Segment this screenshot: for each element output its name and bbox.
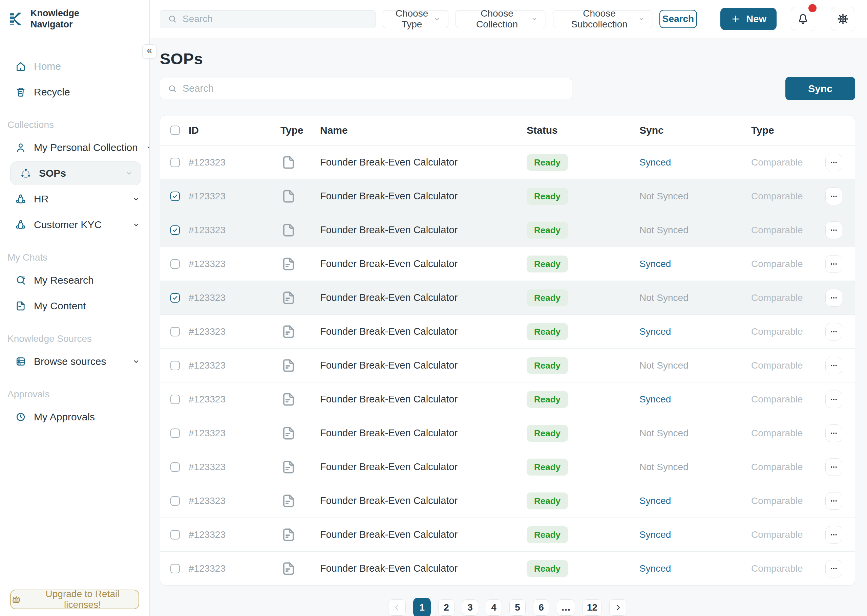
choose-subcollection-dropdown[interactable]: Choose Subcollection	[553, 10, 653, 28]
status-badge: Ready	[527, 526, 568, 543]
sidebar-item-recycle[interactable]: Recycle	[0, 80, 149, 104]
row-checkbox[interactable]	[170, 496, 180, 506]
row-actions-button[interactable]	[825, 458, 842, 476]
file-text-icon	[280, 424, 297, 442]
file-text-icon	[280, 255, 297, 273]
column-header-id: ID	[189, 124, 280, 136]
row-checkbox[interactable]	[170, 192, 180, 201]
search-button[interactable]: Search	[659, 10, 697, 28]
row-checkbox[interactable]	[170, 462, 180, 472]
sidebar-item-browse-sources[interactable]: Browse sources	[0, 350, 149, 373]
pagination-page-1[interactable]: 1	[413, 598, 431, 616]
file-icon	[280, 154, 297, 171]
row-type: Comparable	[751, 326, 825, 337]
row-actions-button[interactable]	[825, 255, 842, 273]
row-name: Founder Break-Even Calculator	[320, 563, 527, 574]
file-text-icon	[280, 289, 297, 306]
row-sync: Synced	[639, 530, 751, 540]
plus-icon	[730, 14, 741, 24]
pagination-page-2[interactable]: 2	[438, 599, 455, 616]
pagination: 123456…12	[160, 598, 855, 616]
sidebar-item-my-personal-collection[interactable]: My Personal Collection	[0, 136, 149, 159]
pagination-page-5[interactable]: 5	[509, 599, 526, 616]
row-actions-button[interactable]	[825, 323, 842, 341]
row-type: Comparable	[751, 259, 825, 269]
row-actions-button[interactable]	[825, 357, 842, 374]
pagination-page-6[interactable]: 6	[533, 599, 549, 616]
row-checkbox[interactable]	[170, 327, 180, 336]
global-search[interactable]	[160, 10, 376, 28]
row-checkbox[interactable]	[170, 158, 180, 167]
sidebar-section-approvals: Approvals	[0, 389, 149, 400]
sidebar-item-my-research[interactable]: My Research	[0, 269, 149, 292]
row-type: Comparable	[751, 495, 825, 506]
row-checkbox[interactable]	[170, 530, 180, 539]
table-row: #123323Founder Break-Even CalculatorRead…	[160, 314, 855, 348]
global-search-input[interactable]	[183, 14, 368, 24]
upgrade-button[interactable]: Upgrade to Retail licenses!	[10, 589, 139, 609]
page-title: SOPs	[160, 49, 855, 68]
choose-type-dropdown[interactable]: Choose Type	[383, 10, 448, 28]
brand-logo[interactable]: Knowledge Navigator	[0, 0, 149, 38]
row-actions-button[interactable]	[825, 222, 842, 239]
chevron-down-icon	[132, 195, 140, 203]
pagination-next-button[interactable]	[609, 599, 627, 616]
row-actions-button[interactable]	[825, 526, 842, 544]
row-checkbox[interactable]	[170, 225, 180, 235]
row-actions-button[interactable]	[825, 289, 842, 306]
new-button[interactable]: New	[721, 8, 777, 30]
notifications-button[interactable]	[791, 7, 815, 31]
sidebar-item-label: SOPs	[39, 168, 117, 179]
status-badge: Ready	[527, 492, 568, 509]
row-name: Founder Break-Even Calculator	[320, 360, 527, 371]
sops-search-input[interactable]	[183, 83, 565, 94]
sidebar-item-label: Home	[34, 61, 140, 72]
sidebar-item-label: My Research	[34, 275, 140, 286]
choose-collection-dropdown[interactable]: Choose Collection	[456, 10, 546, 28]
row-type: Comparable	[751, 225, 825, 236]
row-sync: Not Synced	[639, 428, 751, 438]
sidebar-collapse-button[interactable]: «	[142, 44, 156, 58]
sidebar-item-my-content[interactable]: My Content	[0, 294, 149, 318]
row-actions-button[interactable]	[825, 154, 842, 171]
row-actions-button[interactable]	[825, 560, 842, 577]
status-badge: Ready	[527, 323, 568, 340]
pagination-page-4[interactable]: 4	[486, 599, 502, 616]
sops-search[interactable]	[160, 78, 572, 99]
row-checkbox[interactable]	[170, 361, 180, 370]
row-actions-button[interactable]	[825, 492, 842, 510]
choose-collection-label: Choose Collection	[463, 8, 531, 30]
sidebar-item-home[interactable]: Home	[0, 55, 149, 78]
pagination-ellipsis[interactable]: …	[557, 599, 575, 616]
sidebar-item-my-approvals[interactable]: My Approvals	[0, 405, 149, 429]
sidebar-item-label: Browse sources	[34, 356, 124, 367]
pagination-page-3[interactable]: 3	[462, 599, 478, 616]
row-checkbox[interactable]	[170, 259, 180, 269]
row-type: Comparable	[751, 530, 825, 540]
pagination-page-12[interactable]: 12	[582, 599, 602, 616]
select-all-checkbox[interactable]	[170, 126, 180, 135]
sidebar-item-hr[interactable]: HR	[0, 187, 149, 211]
pagination-prev-button[interactable]	[388, 599, 406, 616]
row-name: Founder Break-Even Calculator	[320, 225, 527, 236]
table-row: #123323Founder Break-Even CalculatorRead…	[160, 348, 855, 382]
sync-button[interactable]: Sync	[785, 77, 855, 100]
row-checkbox[interactable]	[170, 429, 180, 438]
table-row: #123323Founder Break-Even CalculatorRead…	[160, 517, 855, 552]
research-icon	[15, 275, 27, 286]
row-checkbox[interactable]	[170, 394, 180, 404]
settings-button[interactable]	[831, 7, 855, 31]
sops-table: ID Type Name Status Sync Type #123323Fou…	[160, 115, 855, 586]
file-text-icon	[280, 391, 297, 408]
sidebar-item-customer-kyc[interactable]: Customer KYC	[0, 213, 149, 237]
sidebar-item-sops[interactable]: SOPs	[10, 162, 141, 185]
row-id: #123323	[189, 191, 280, 202]
sidebar-nav: HomeRecycleCollectionsMy Personal Collec…	[0, 38, 149, 589]
row-actions-button[interactable]	[825, 187, 842, 205]
table-header: ID Type Name Status Sync Type	[160, 115, 855, 145]
row-actions-button[interactable]	[825, 424, 842, 442]
row-checkbox[interactable]	[170, 293, 180, 303]
row-checkbox[interactable]	[170, 564, 180, 574]
row-actions-button[interactable]	[825, 391, 842, 408]
file-text-icon	[280, 357, 297, 374]
